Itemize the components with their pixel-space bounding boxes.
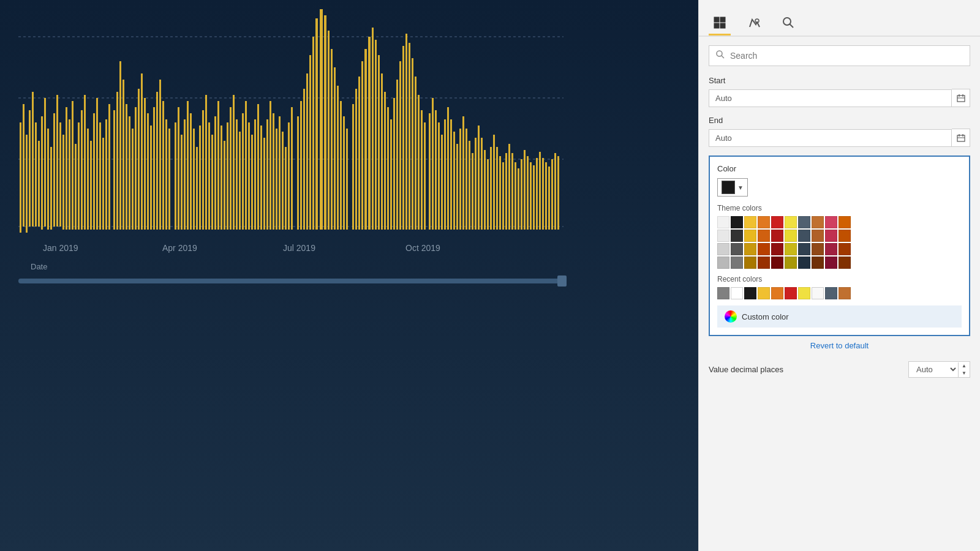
- svg-rect-17: [56, 95, 58, 227]
- value-decimal-places-row: Value decimal places Auto 0 1 2 3 ▲ ▼: [709, 361, 970, 378]
- color-cell[interactable]: [812, 243, 824, 255]
- svg-rect-28: [90, 141, 92, 230]
- svg-rect-141: [453, 132, 455, 230]
- color-cell[interactable]: [839, 243, 851, 255]
- svg-rect-103: [331, 49, 333, 230]
- vdp-spin-up-button[interactable]: ▲: [959, 362, 970, 370]
- color-cell[interactable]: [758, 243, 770, 255]
- color-cell[interactable]: [744, 216, 756, 228]
- recent-color-cell[interactable]: [758, 287, 770, 299]
- svg-rect-51: [162, 101, 164, 230]
- search-input[interactable]: [730, 51, 963, 61]
- color-cell[interactable]: [731, 257, 743, 269]
- color-cell[interactable]: [785, 243, 797, 255]
- color-cell[interactable]: [731, 243, 743, 255]
- svg-rect-20: [66, 107, 67, 230]
- vdp-spin-down-button[interactable]: ▼: [959, 370, 970, 377]
- color-cell[interactable]: [798, 243, 810, 255]
- svg-text:Jan 2019: Jan 2019: [43, 243, 78, 253]
- svg-rect-158: [505, 153, 507, 230]
- svg-rect-139: [447, 107, 449, 230]
- color-cell[interactable]: [785, 230, 797, 242]
- color-cell[interactable]: [771, 216, 783, 228]
- svg-text:Jul 2019: Jul 2019: [283, 243, 315, 253]
- color-cell[interactable]: [812, 257, 824, 269]
- color-cell[interactable]: [744, 243, 756, 255]
- recent-color-cell[interactable]: [731, 287, 743, 299]
- color-cell[interactable]: [744, 257, 756, 269]
- color-cell[interactable]: [717, 216, 729, 228]
- svg-rect-148: [475, 138, 477, 230]
- svg-rect-62: [199, 126, 201, 230]
- color-cell[interactable]: [771, 257, 783, 269]
- start-input[interactable]: [709, 89, 952, 107]
- svg-rect-37: [119, 61, 121, 230]
- color-cell[interactable]: [771, 230, 783, 242]
- svg-rect-54: [175, 122, 176, 230]
- svg-rect-91: [288, 122, 290, 230]
- color-cell[interactable]: [744, 230, 756, 242]
- svg-rect-11: [38, 141, 40, 227]
- svg-rect-47: [150, 126, 152, 230]
- value-decimal-places-select[interactable]: Auto 0 1 2 3: [909, 362, 958, 377]
- color-cell[interactable]: [839, 230, 851, 242]
- color-cell[interactable]: [785, 257, 797, 269]
- color-cell[interactable]: [812, 216, 824, 228]
- color-cell[interactable]: [771, 243, 783, 255]
- analytics-tab[interactable]: [777, 13, 799, 36]
- color-cell[interactable]: [758, 230, 770, 242]
- svg-rect-98: [312, 37, 314, 230]
- recent-color-cell[interactable]: [771, 287, 783, 299]
- recent-color-cell[interactable]: [812, 287, 824, 299]
- color-cell[interactable]: [758, 216, 770, 228]
- recent-color-cell[interactable]: [744, 287, 756, 299]
- start-input-row: [709, 89, 970, 107]
- color-cell[interactable]: [758, 257, 770, 269]
- svg-rect-136: [438, 122, 440, 230]
- format-tab[interactable]: [743, 13, 765, 36]
- color-cell[interactable]: [798, 257, 810, 269]
- color-cell[interactable]: [839, 257, 851, 269]
- recent-color-cell[interactable]: [717, 287, 729, 299]
- svg-rect-57: [184, 119, 186, 230]
- end-input[interactable]: [709, 129, 952, 147]
- recent-color-cell[interactable]: [798, 287, 810, 299]
- svg-rect-172: [548, 167, 550, 230]
- color-cell[interactable]: [731, 230, 743, 242]
- svg-rect-89: [282, 132, 284, 230]
- recent-color-row: [717, 287, 962, 299]
- recent-color-cell[interactable]: [785, 287, 797, 299]
- start-calendar-button[interactable]: [952, 89, 970, 107]
- color-cell[interactable]: [825, 243, 837, 255]
- svg-rect-130: [418, 95, 420, 230]
- color-cell[interactable]: [812, 230, 824, 242]
- color-cell[interactable]: [785, 216, 797, 228]
- color-cell[interactable]: [731, 216, 743, 228]
- svg-rect-14: [47, 129, 49, 230]
- color-cell[interactable]: [798, 216, 810, 228]
- color-cell[interactable]: [839, 216, 851, 228]
- fields-tab[interactable]: [709, 13, 731, 36]
- color-cell[interactable]: [717, 257, 729, 269]
- svg-rect-151: [484, 150, 486, 230]
- custom-color-button[interactable]: Custom color: [717, 305, 962, 328]
- svg-rect-74: [236, 119, 238, 230]
- recent-color-cell[interactable]: [839, 287, 851, 299]
- color-cell[interactable]: [825, 216, 837, 228]
- end-calendar-button[interactable]: [952, 129, 970, 147]
- color-cell[interactable]: [717, 230, 729, 242]
- color-cell[interactable]: [825, 257, 837, 269]
- svg-rect-124: [399, 61, 401, 230]
- recent-color-cell[interactable]: [825, 287, 837, 299]
- svg-rect-50: [159, 80, 161, 230]
- revert-to-default-link[interactable]: Revert to default: [709, 336, 970, 355]
- color-cell[interactable]: [825, 230, 837, 242]
- color-cell[interactable]: [717, 243, 729, 255]
- svg-rect-100: [320, 9, 323, 230]
- svg-rect-115: [372, 28, 374, 230]
- color-cell[interactable]: [798, 230, 810, 242]
- svg-line-190: [790, 24, 794, 28]
- color-swatch-button[interactable]: ▼: [717, 178, 748, 197]
- svg-rect-55: [178, 107, 179, 230]
- svg-rect-75: [239, 132, 241, 230]
